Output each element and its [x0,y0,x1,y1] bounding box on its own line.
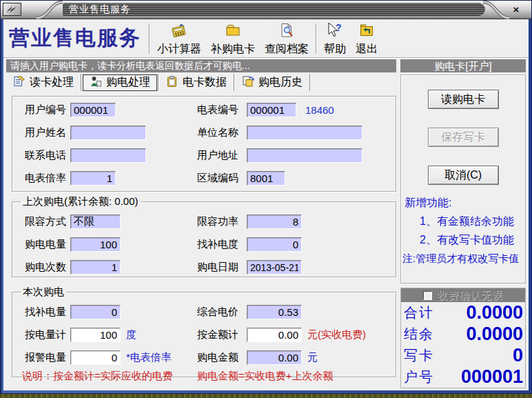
adjust-qty-label: 找补电量 [25,306,70,319]
exit-button-label: 退出 [356,42,378,57]
adjust-qty-field[interactable] [70,305,121,319]
alarm-qty-label: 报警电量 [25,351,70,364]
confirm-bar: 收费确认无误 [401,288,525,302]
window-title: 营业售电服务 [69,3,131,16]
alarm-qty-field[interactable] [70,350,121,365]
write-card-value: 0 [513,345,523,366]
user-name-label: 用户姓名 [25,126,70,139]
toolbar: 营业售电服务 [3,19,529,58]
summary-row-balance: 结余 0.0000 [401,324,525,345]
clipboard-icon [166,75,178,90]
account-no-label: 户号 [404,368,434,386]
user-info-group: 用户编号 电表编号 18460 用户姓名 [12,96,396,192]
titlebar-swoosh-left [35,1,64,19]
meter-ratio-field[interactable] [70,171,116,186]
purchase-energy-label: 购电电量 [25,238,70,251]
titlebar-ribbon: 营业售电服务 [63,3,485,16]
help-button[interactable]: ? 帮助 [321,21,349,57]
balance-value: 0.0000 [466,324,523,345]
summary-row-total: 合计 0.0000 [401,302,525,324]
limit-mode-field[interactable] [70,215,121,229]
exit-button[interactable]: 退出 [353,21,380,57]
feature-notes-title: 新增功能: [401,193,525,212]
by-energy-label: 按电量计 [25,328,70,341]
tab-bar: 读卡处理 购电处理 [6,72,396,92]
purchase-count-label: 购电次数 [25,261,70,274]
balance-label: 结余 [404,325,434,344]
tab-purchase-history-label: 购电历史 [258,75,303,90]
close-icon[interactable]: × [510,3,522,16]
phone-field[interactable] [70,148,146,163]
purchase-energy-field[interactable] [70,237,121,252]
adjust-degree-label: 找补电度 [197,238,247,251]
client-area: 营业售电服务 [3,19,529,390]
confirm-checkbox[interactable] [423,291,432,300]
right-panel: 购电卡[开户] 读购电卡 保存写卡 取消(C) 新增功能: 1、有金额结余功能 … [400,59,526,390]
tab-read-card[interactable]: 读卡处理 [7,74,80,91]
app-window: 营业售电服务 × 营业售电服务 [0,0,532,394]
unit-price-field[interactable] [247,305,302,319]
org-name-field[interactable] [247,126,362,140]
view-archive-button[interactable]: 查阅档案 [262,21,311,57]
write-card-label: 写卡 [404,346,434,365]
limit-power-field[interactable] [247,215,302,229]
note-left: 说明：按金额计=实际应收的电费 [22,370,173,383]
tab-separator [158,74,159,91]
by-amount-field[interactable] [247,328,302,342]
meter-ratio-label: 电表倍率 [25,172,70,185]
purchase-date-field[interactable] [247,260,302,275]
user-no-field[interactable] [70,103,116,117]
tab-card-data-label: 电卡数据 [183,75,227,90]
area-code-field[interactable] [247,171,285,186]
adjust-degree-field[interactable] [247,237,302,252]
user-no-label: 用户编号 [25,103,70,117]
read-card-button[interactable]: 读购电卡 [428,90,499,109]
note-right: 购电金额=实收电费+上次余额 [197,370,334,383]
folder-icon [225,22,241,42]
limit-power-label: 限容功率 [197,215,247,228]
address-field[interactable] [247,148,362,163]
main-content: 请插入用户购电卡，读卡分析电表返回数据后才可购电... 读卡处理 [3,58,529,390]
confirm-checkbox-label: 收费确认无误 [437,289,503,302]
window-frame: 营业售电服务 [1,19,531,393]
feature-notes: 新增功能: 1、有金额结余功能 2、有改写卡值功能 注:管理员才有权改写卡值 [401,193,525,268]
tab-purchase-process-label: 购电处理 [106,75,150,90]
amount-field[interactable] [247,350,302,365]
amount-suffix: 元 [307,351,318,364]
phone-label: 联系电话 [25,149,70,162]
address-label: 用户地址 [197,149,247,162]
user-name-field[interactable] [70,126,146,140]
view-archive-button-label: 查阅档案 [265,42,309,57]
tab-purchase-process[interactable]: 购电处理 [83,74,157,91]
total-label: 合计 [404,304,434,322]
alarm-qty-suffix: *电表倍率 [126,351,172,364]
unit-price-label: 综合电价 [197,306,247,319]
feature-note-2: 2、有改写卡值功能 [401,230,525,249]
search-doc-icon [278,22,295,42]
meter-no-field[interactable] [247,103,296,117]
toolbar-separator [316,23,317,54]
rebuy-card-button-label: 补购电卡 [211,42,255,57]
tab-separator [234,74,235,91]
by-amount-label: 按金额计 [197,328,247,341]
by-energy-field[interactable] [70,328,121,342]
org-name-label: 单位名称 [197,126,247,139]
purchase-date-label: 购电日期 [197,261,247,274]
feature-note-admin: 注:管理员才有权改写卡值 [401,249,525,268]
current-purchase-group: 本次购电 找补电量 综合电价 按电量计 [12,286,396,377]
rebuy-card-button[interactable]: 补购电卡 [208,21,258,57]
cancel-button[interactable]: 取消(C) [428,166,499,185]
save-write-card-button[interactable]: 保存写卡 [428,128,499,147]
summary-row-account-no: 户号 000001 [401,366,525,388]
read-card-icon [13,75,25,90]
tab-card-data[interactable]: 电卡数据 [160,74,233,91]
last-purchase-legend: 上次购电(累计余额: 0.00) [21,195,141,208]
tab-purchase-history[interactable]: 购电历史 [236,74,309,91]
svg-text:?: ? [336,22,342,33]
tab-separator [81,74,82,91]
purchase-count-field[interactable] [70,260,121,275]
calculator-button[interactable]: 小计算器 [154,21,204,57]
current-purchase-legend: 本次购电 [21,286,66,299]
last-purchase-group: 上次购电(累计余额: 0.00) 限容方式 限容功率 购电电 [12,195,396,277]
by-energy-suffix: 度 [126,328,136,341]
